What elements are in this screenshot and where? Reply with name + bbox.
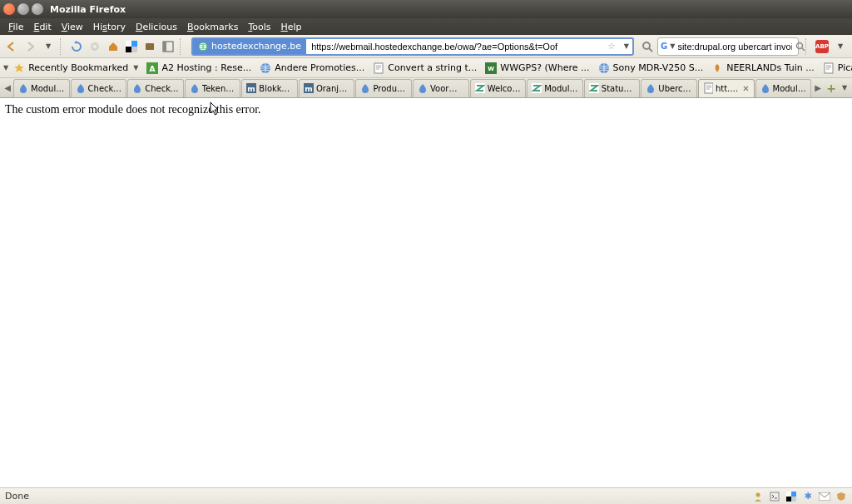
browser-tab[interactable]: Voorwaar...: [413, 79, 469, 97]
bookmark-favicon-icon: A: [146, 62, 158, 74]
svg-rect-3: [126, 47, 131, 52]
svg-rect-4: [131, 47, 137, 52]
bookmark-item[interactable]: Recently Bookmarked▼: [10, 61, 141, 76]
window-minimize-button[interactable]: [17, 3, 29, 15]
forward-button[interactable]: [22, 38, 38, 55]
status-snowflake-icon[interactable]: ✱: [802, 491, 814, 502]
stop-button[interactable]: [87, 38, 103, 55]
menu-bookmarks[interactable]: Bookmarks: [182, 20, 243, 34]
nav-history-dropdown[interactable]: ▼: [40, 38, 57, 55]
bookmarks-toolbar: ▼ Recently Bookmarked▼AA2 Hosting : Rese…: [0, 58, 852, 78]
search-engine-dropdown[interactable]: ▼: [670, 42, 675, 50]
bookmark-favicon-icon: [13, 62, 25, 74]
bookmark-label: Recently Bookmarked: [28, 62, 128, 73]
menubar: File Edit View History Delicious Bookmar…: [0, 18, 852, 35]
back-button[interactable]: [3, 38, 20, 55]
tab-label: Tekenreek...: [202, 84, 236, 93]
browser-tab[interactable]: Modules | ...: [13, 79, 70, 97]
tab-favicon-icon: [418, 83, 428, 93]
tab-favicon-icon: [76, 83, 86, 93]
bookmark-item[interactable]: NEERLANDs Tuin ...: [708, 61, 818, 76]
window-close-button[interactable]: [3, 3, 15, 15]
svg-rect-2: [131, 41, 137, 47]
bookmark-favicon-icon: [373, 62, 384, 74]
browser-tab[interactable]: Tekenreek...: [185, 79, 241, 97]
tab-favicon-icon: [760, 83, 770, 93]
svg-point-29: [756, 492, 760, 497]
status-delicious-icon[interactable]: [785, 491, 797, 502]
menu-help[interactable]: Help: [275, 20, 306, 34]
browser-tab[interactable]: Product | ...: [355, 79, 412, 97]
tab-scroll-right[interactable]: ▶: [812, 80, 824, 96]
browser-tab[interactable]: mBlokken | ...: [241, 79, 298, 97]
url-dropdown[interactable]: ▼: [621, 42, 632, 50]
svg-point-10: [643, 42, 650, 49]
bookmark-favicon-icon: W: [485, 62, 497, 74]
error-message: The custom error module does not recogni…: [5, 103, 261, 116]
browser-tab[interactable]: Welcome t...: [470, 79, 527, 97]
bookmark-item[interactable]: AA2 Hosting : Rese...: [143, 61, 255, 76]
search-engine-icon[interactable]: G: [661, 40, 667, 53]
tab-label: Checkout ...: [88, 84, 122, 93]
browser-tab[interactable]: Checkout ...: [71, 79, 127, 97]
bookmark-favicon-icon: [260, 62, 271, 74]
svg-text:W: W: [488, 66, 494, 72]
bookmark-item[interactable]: Andere Promoties...: [256, 61, 368, 76]
bookbar-overflow-left[interactable]: ▼: [3, 60, 8, 77]
bookmark-label: WWGPS? (Where ...: [500, 62, 589, 73]
status-user-icon[interactable]: [752, 491, 764, 502]
browser-tab[interactable]: mOranje Sp...: [299, 79, 355, 97]
status-mail-icon[interactable]: [819, 491, 830, 502]
bookmark-item[interactable]: WWWGPS? (Where ...: [482, 61, 592, 76]
site-identity-label: hostedexchange.be: [211, 41, 301, 52]
svg-rect-33: [786, 497, 791, 502]
browser-tab[interactable]: Status rep...: [584, 79, 641, 97]
sidebar-icon[interactable]: [160, 38, 176, 55]
menu-delicious[interactable]: Delicious: [131, 20, 182, 34]
tab-list-dropdown[interactable]: ▼: [839, 84, 850, 91]
svg-rect-34: [791, 497, 796, 502]
menu-tools[interactable]: Tools: [243, 20, 275, 34]
bookmark-item[interactable]: Sony MDR-V250 S...: [595, 61, 707, 76]
new-tab-button[interactable]: +: [824, 82, 839, 95]
bookmark-favicon-icon: [598, 62, 610, 74]
svg-text:m: m: [305, 85, 312, 93]
tab-scroll-left[interactable]: ◀: [2, 80, 13, 96]
status-shield-icon[interactable]: [835, 491, 847, 502]
window-maximize-button[interactable]: [32, 3, 43, 15]
site-identity-chip[interactable]: hostedexchange.be: [193, 39, 306, 54]
home-button[interactable]: [105, 38, 121, 55]
reload-button[interactable]: [68, 38, 85, 55]
browser-tab[interactable]: Ubercart C...: [641, 79, 697, 97]
tab-close-icon[interactable]: ✕: [742, 84, 749, 93]
browser-tab[interactable]: Modules | ...: [527, 79, 583, 97]
browser-tab[interactable]: Modules | ...: [755, 79, 812, 97]
tag-icon[interactable]: [141, 38, 158, 55]
tab-label: Modules | ...: [31, 84, 65, 93]
menu-history[interactable]: History: [88, 20, 131, 34]
bookmark-label: Andere Promoties...: [275, 62, 364, 73]
tab-label: Modules | ...: [773, 84, 807, 93]
bookmark-star-icon[interactable]: ☆: [602, 41, 621, 52]
menu-file[interactable]: File: [3, 20, 28, 34]
menu-view[interactable]: View: [57, 20, 88, 34]
go-search-icon[interactable]: [639, 38, 656, 55]
menu-edit[interactable]: Edit: [28, 20, 56, 34]
tab-bar: ◀ Modules | ...Checkout ...Checkout ...T…: [0, 78, 852, 98]
adblock-icon[interactable]: ABP: [814, 38, 830, 55]
tab-favicon-icon: m: [304, 83, 314, 93]
url-bar: hostedexchange.be ☆ ▼: [191, 37, 634, 56]
search-input[interactable]: [677, 38, 792, 55]
url-input[interactable]: [306, 39, 602, 54]
tab-favicon-icon: [475, 83, 485, 93]
bookmark-label: Convert a string t...: [388, 62, 477, 73]
status-script-icon[interactable]: [769, 491, 780, 502]
bookmark-item[interactable]: PicardDownload -...: [820, 61, 852, 76]
bookmark-item[interactable]: Convert a string t...: [369, 61, 480, 76]
navigation-toolbar: ▼ hostedexchange.be ☆ ▼ G ▼ ABP ▼: [0, 35, 852, 58]
browser-tab[interactable]: htt...of✕: [698, 79, 755, 97]
delicious-icon[interactable]: [123, 38, 140, 55]
browser-tab[interactable]: Checkout ...: [127, 79, 184, 97]
adblock-dropdown[interactable]: ▼: [832, 38, 849, 55]
bookmark-favicon-icon: [711, 62, 723, 74]
